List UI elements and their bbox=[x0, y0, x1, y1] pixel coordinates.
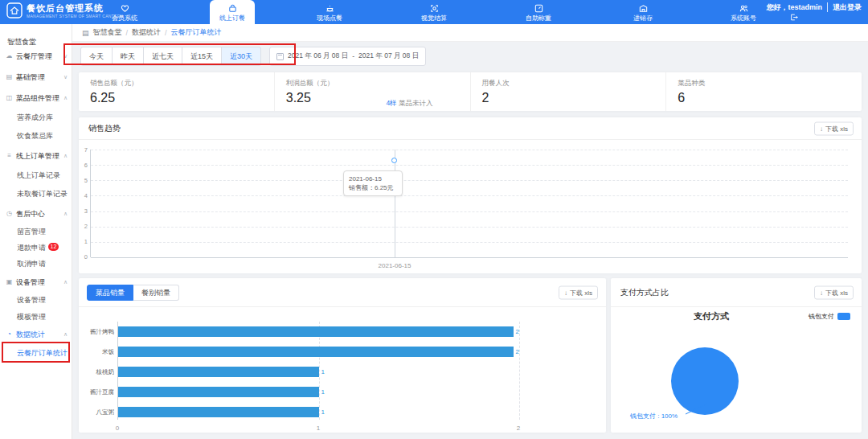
payment-download-button[interactable]: 下载 xls bbox=[814, 285, 854, 299]
monitor-icon: ▣ bbox=[6, 276, 13, 289]
sidebar-item-online-order-records[interactable]: 线上订单记录 bbox=[0, 169, 72, 182]
sidebar-item-message-mgmt[interactable]: 留言管理 bbox=[0, 225, 72, 238]
tooltip-value: 销售额：6.25元 bbox=[349, 183, 397, 192]
tab-meal-sales[interactable]: 餐别销量 bbox=[133, 285, 179, 301]
user-greeting: 您好，testadmin bbox=[766, 2, 822, 13]
heart-icon bbox=[120, 3, 130, 14]
list-icon: ≡ bbox=[6, 150, 13, 162]
sales-tabs: 菜品销量 餐别销量 bbox=[87, 285, 179, 301]
sidebar-item-data-statistics[interactable]: ◔ 数据统计 bbox=[0, 328, 72, 341]
sidebar-item-nutrition-library[interactable]: 营养成分库 bbox=[0, 111, 72, 124]
filter-last7days[interactable]: 近七天 bbox=[144, 47, 182, 66]
sidebar-item-unclaimed-order-records[interactable]: 未取餐订单记录 bbox=[0, 187, 72, 200]
date-filter-bar: 今天 昨天 近七天 近15天 近30天 2021 年 06 月 08 日 - 2… bbox=[80, 47, 426, 66]
pie-leader-line bbox=[683, 400, 710, 416]
sidebar-brand: 智慧食堂 bbox=[0, 35, 72, 48]
components-icon: ◫ bbox=[6, 92, 13, 105]
scan-icon bbox=[429, 3, 440, 14]
sidebar-item-basic-mgmt[interactable]: ▤ 基础管理 bbox=[0, 71, 72, 84]
sales-download-button[interactable]: 下载 xls bbox=[559, 285, 598, 299]
x-axis-label: 2021-06-15 bbox=[379, 262, 411, 269]
bar-category-labels: 酱汁烤鸭 米饭 核桃奶 酱汁豆腐 八宝粥 bbox=[80, 322, 114, 420]
nav-online-ordering[interactable]: 线上订餐 bbox=[210, 0, 255, 24]
sidebar: 智慧食堂 ☁ 云餐厅管理 ▤ 基础管理 ◫ 菜品组件管理 营养成分库 饮食禁忌库… bbox=[0, 24, 72, 439]
bar-plot-area: 2 2 1 1 1 bbox=[117, 322, 519, 420]
filter-last30days[interactable]: 近30天 bbox=[222, 47, 261, 66]
nav-visual-checkout[interactable]: 视觉结算 bbox=[406, 0, 462, 24]
sidebar-item-dish-components[interactable]: ◫ 菜品组件管理 bbox=[0, 92, 72, 105]
clock-icon: ◷ bbox=[6, 207, 13, 220]
trend-plot-area: 2021-06-15 销售额：6.25元 2021-06-15 bbox=[90, 150, 848, 257]
cloud-icon: ☁ bbox=[6, 50, 13, 63]
dish-sales-card: 菜品销量 餐别销量 下载 xls 酱汁烤鸭 米饭 核桃奶 酱汁豆腐 八宝粥 2 … bbox=[79, 278, 606, 433]
sidebar-item-refund-request[interactable]: 退款申请12 bbox=[0, 241, 72, 254]
filter-yesterday[interactable]: 昨天 bbox=[113, 47, 144, 66]
chevron-up-icon bbox=[63, 276, 68, 289]
date-range-picker[interactable]: 2021 年 06 月 08 日 - 2021 年 07 月 08 日 bbox=[269, 47, 426, 66]
date-end: 2021 年 07 月 08 日 bbox=[358, 51, 419, 61]
breadcrumb-item[interactable]: 数据统计 bbox=[132, 27, 161, 38]
nav-onsite-ordering[interactable]: 现场点餐 bbox=[301, 0, 358, 24]
sidebar-item-cloud-restaurant[interactable]: ☁ 云餐厅管理 bbox=[0, 50, 72, 63]
sidebar-item-cancel-request[interactable]: 取消申请 bbox=[0, 257, 72, 270]
dine-plate-icon bbox=[325, 3, 335, 14]
stat-total-profit: 利润总额（元） 3.25 4样 菜品未计入 bbox=[274, 72, 470, 111]
sidebar-item-cloud-order-statistics[interactable]: 云餐厅订单统计 bbox=[0, 347, 72, 359]
grid-icon: ▤ bbox=[6, 71, 13, 84]
users-icon bbox=[739, 3, 749, 14]
pie-chart-icon: ◔ bbox=[6, 328, 13, 341]
chevron-up-icon bbox=[63, 92, 68, 105]
pie-chart-title: 支付方式 bbox=[667, 310, 755, 322]
bar bbox=[118, 326, 514, 337]
crosshair-line bbox=[395, 150, 395, 257]
chevron-down-icon bbox=[63, 50, 68, 63]
breadcrumb-item[interactable]: 智慧食堂 bbox=[93, 27, 122, 38]
pie-legend[interactable]: 钱包支付 bbox=[809, 312, 850, 321]
date-start: 2021 年 06 月 08 日 bbox=[288, 51, 348, 61]
chevron-up-icon bbox=[63, 207, 68, 220]
takeout-bag-icon bbox=[227, 3, 238, 14]
stat-total-sales: 销售总额（元） 6.25 bbox=[79, 72, 274, 111]
nav-self-weighing[interactable]: 自助称重 bbox=[510, 0, 567, 24]
breadcrumb: ▤ 智慧食堂 / 数据统计 / 云餐厅订单统计 bbox=[72, 24, 868, 42]
chevron-down-icon bbox=[63, 71, 68, 84]
legend-label: 钱包支付 bbox=[809, 312, 834, 321]
top-navbar: 餐饮后台管理系统 MANAGEMENT SYSTEM OF SMART CANT… bbox=[0, 0, 868, 24]
sidebar-item-device-mgmt[interactable]: 设备管理 bbox=[0, 293, 72, 306]
sidebar-item-online-order-mgmt[interactable]: ≡ 线上订单管理 bbox=[0, 150, 72, 162]
trend-download-button[interactable]: 下载 xls bbox=[814, 121, 854, 135]
chevron-up-icon bbox=[63, 328, 68, 341]
date-separator: - bbox=[352, 52, 354, 60]
legend-swatch bbox=[837, 313, 850, 320]
sidebar-item-aftersale-center[interactable]: ◷ 售后中心 bbox=[0, 207, 72, 220]
nav-member-system[interactable]: 会员系统 bbox=[96, 0, 153, 24]
trend-title: 销售趋势 bbox=[79, 117, 862, 140]
refund-count-badge: 12 bbox=[48, 243, 59, 251]
stats-summary-card: 销售总额（元） 6.25 利润总额（元） 3.25 4样 菜品未计入 用餐人次 … bbox=[79, 72, 862, 111]
breadcrumb-icon: ▤ bbox=[82, 29, 89, 37]
profit-note: 4样 菜品未计入 bbox=[386, 99, 432, 109]
breadcrumb-current: 云餐厅订单统计 bbox=[171, 27, 222, 38]
chevron-up-icon bbox=[63, 150, 68, 162]
payment-method-card: 支付方式占比 下载 xls 支付方式 钱包支付 钱包支付 : 100% bbox=[611, 278, 862, 433]
logo-icon bbox=[6, 2, 23, 18]
pie-slice-label: 钱包支付 : 100% bbox=[630, 412, 678, 421]
profit-note-link[interactable]: 4样 bbox=[386, 99, 396, 107]
bar bbox=[118, 387, 319, 397]
sidebar-item-device-mgmt-group[interactable]: ▣ 设备管理 bbox=[0, 276, 72, 289]
logout-button[interactable]: 退出登录 bbox=[827, 2, 862, 12]
user-area: 您好，testadmin 退出登录 bbox=[766, 2, 862, 21]
tab-dish-sales[interactable]: 菜品销量 bbox=[87, 285, 133, 301]
nav-inventory[interactable]: 进销存 bbox=[615, 0, 671, 24]
warehouse-icon bbox=[638, 3, 649, 14]
nav-system-account[interactable]: 系统账号 bbox=[715, 0, 772, 24]
stat-dish-types: 菜品种类 6 bbox=[665, 72, 862, 111]
filter-today[interactable]: 今天 bbox=[80, 47, 113, 66]
tooltip-date: 2021-06-15 bbox=[349, 174, 397, 183]
filter-last15days[interactable]: 近15天 bbox=[182, 47, 222, 66]
sidebar-item-diet-taboo-library[interactable]: 饮食禁忌库 bbox=[0, 129, 72, 142]
sidebar-item-template-mgmt[interactable]: 模板管理 bbox=[0, 310, 72, 323]
stat-diner-count: 用餐人次 2 bbox=[470, 72, 666, 111]
data-point-marker[interactable] bbox=[391, 158, 397, 163]
logout-icon bbox=[790, 14, 798, 21]
